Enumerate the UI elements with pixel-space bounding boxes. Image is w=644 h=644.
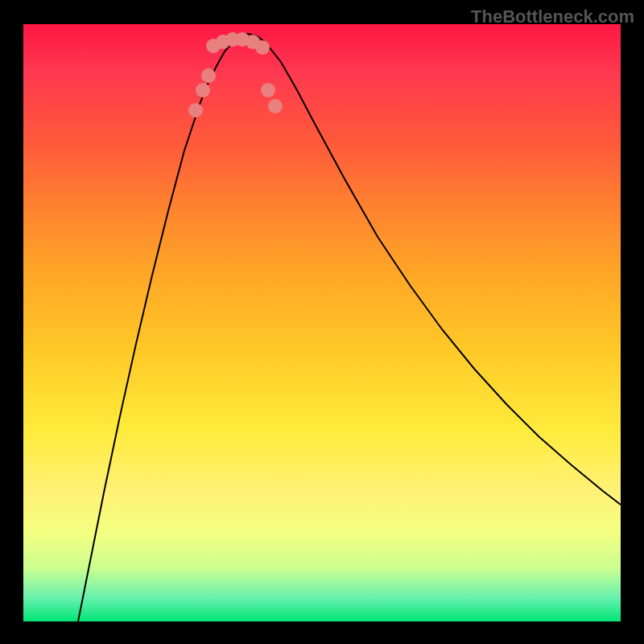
- marker-dot: [201, 68, 216, 83]
- watermark: TheBottleneck.com: [471, 6, 634, 27]
- marker-dot: [261, 83, 275, 97]
- marker-dot: [268, 99, 283, 114]
- plot-area: [23, 24, 621, 621]
- chart-svg: [23, 24, 621, 621]
- markers: [188, 32, 283, 118]
- marker-dot: [255, 40, 270, 55]
- marker-dot: [188, 103, 203, 118]
- marker-dot: [196, 83, 210, 97]
- curve-line: [78, 34, 621, 621]
